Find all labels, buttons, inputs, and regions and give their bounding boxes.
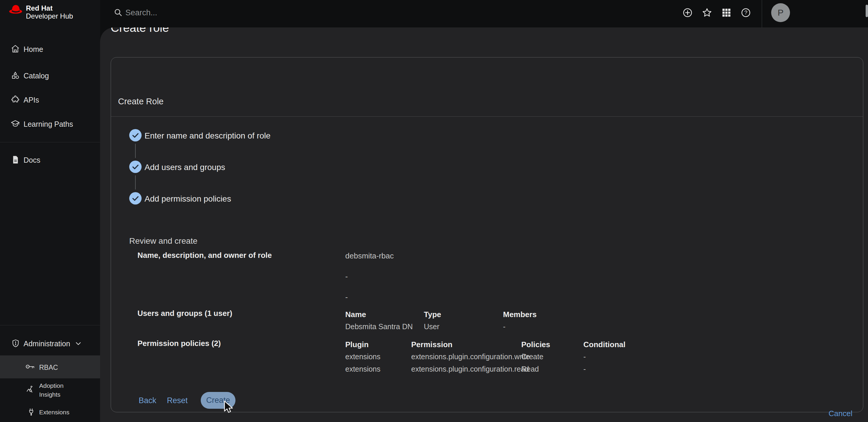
sidebar-item-apis-label[interactable]: APIs — [24, 96, 39, 104]
help-icon[interactable]: ? — [741, 7, 751, 18]
sidebar-item-adoption-insights-label[interactable]: Adoption Insights — [39, 381, 74, 399]
sidebar: Home Catalog APIs Learning Paths Docs — [0, 0, 100, 422]
search-icon — [114, 8, 122, 17]
users-row-members: - — [503, 322, 505, 331]
mouse-cursor — [223, 400, 235, 413]
apps-grid-icon[interactable] — [721, 7, 732, 18]
sidebar-item-home[interactable] — [10, 44, 20, 54]
step-1-check-icon — [129, 129, 142, 141]
perm-row2-plugin: extensions — [345, 365, 380, 373]
sidebar-item-rbac[interactable]: RBAC — [0, 356, 100, 378]
step-1-label[interactable]: Enter name and description of role — [145, 131, 271, 141]
review-role-description: - — [345, 272, 348, 281]
review-name-label: Name, description, and owner of role — [137, 251, 272, 260]
perm-col-plugin: Plugin — [345, 340, 369, 349]
perm-row2-conditional: - — [583, 365, 586, 373]
key-icon — [25, 363, 35, 370]
sidebar-item-docs-label[interactable]: Docs — [24, 156, 40, 164]
users-col-members: Members — [503, 310, 536, 319]
star-icon[interactable] — [702, 7, 712, 18]
sidebar-divider — [0, 142, 100, 142]
step-connector — [135, 144, 136, 158]
header-divider — [762, 0, 762, 28]
insights-icon — [26, 385, 35, 394]
create-role-card: Create Role Enter name and description o… — [111, 57, 863, 412]
logo-text-line1: Red Hat — [26, 4, 53, 12]
sidebar-item-adoption-insights[interactable] — [26, 385, 35, 394]
shield-icon — [11, 339, 20, 348]
review-heading: Review and create — [129, 236, 197, 246]
perm-row2-permission: extensions.plugin.configuration.read — [411, 365, 529, 373]
search-input[interactable]: Search... — [125, 8, 157, 18]
home-icon — [10, 44, 20, 54]
review-users-label: Users and groups (1 user) — [137, 309, 232, 318]
app-window: Home Catalog APIs Learning Paths Docs — [0, 0, 868, 422]
svg-text:?: ? — [744, 9, 747, 16]
sidebar-item-docs[interactable] — [10, 155, 20, 164]
review-role-owner: - — [345, 293, 348, 302]
review-permissions-label: Permission policies (2) — [137, 339, 221, 348]
users-row-type: User — [424, 322, 439, 331]
sidebar-item-administration[interactable] — [11, 339, 20, 348]
card-title: Create Role — [118, 97, 164, 106]
step-3-label[interactable]: Add permission policies — [145, 194, 231, 204]
main-content: Create role Create Role Enter name and d… — [100, 27, 868, 422]
back-button[interactable]: Back — [138, 396, 156, 405]
users-col-type: Type — [424, 310, 441, 319]
step-2-label[interactable]: Add users and groups — [145, 163, 225, 172]
card-header-divider — [111, 116, 863, 117]
perm-row1-plugin: extensions — [345, 353, 380, 361]
avatar[interactable]: P — [771, 3, 790, 22]
users-row-name: Debsmita Santra DN — [345, 322, 413, 331]
sidebar-item-administration-label[interactable]: Administration — [24, 339, 70, 348]
perm-col-permission: Permission — [411, 340, 453, 349]
perm-row2-policies: Read — [521, 365, 539, 373]
redhat-logo-icon[interactable] — [8, 3, 24, 17]
sidebar-item-catalog-label[interactable]: Catalog — [24, 72, 49, 80]
docs-icon — [10, 155, 20, 164]
step-3-check-icon — [129, 192, 142, 204]
perm-col-policies: Policies — [521, 340, 550, 349]
add-icon[interactable] — [682, 7, 693, 18]
catalog-icon — [10, 71, 20, 80]
avatar-initial: P — [778, 8, 783, 18]
review-role-name: debsmita-rbac — [345, 252, 394, 260]
chevron-down-icon[interactable] — [74, 339, 83, 348]
users-col-name: Name — [345, 310, 366, 319]
sidebar-item-home-label[interactable]: Home — [24, 45, 43, 54]
page-title: Create role — [111, 27, 169, 34]
perm-row1-permission: extensions.plugin.configuration.write — [411, 353, 530, 361]
sidebar-item-learning-paths[interactable] — [10, 119, 20, 129]
sidebar-item-learning-paths-label[interactable]: Learning Paths — [24, 120, 73, 129]
reset-button[interactable]: Reset — [167, 396, 188, 405]
sidebar-item-rbac-label: RBAC — [39, 364, 58, 371]
learning-paths-icon — [10, 119, 20, 129]
cancel-button[interactable]: Cancel — [829, 409, 852, 418]
logo-text-line2: Developer Hub — [26, 12, 73, 20]
step-connector — [135, 175, 136, 190]
step-2-check-icon — [129, 161, 142, 173]
sidebar-item-extensions-label[interactable]: Extensions — [39, 409, 69, 416]
apis-icon — [10, 95, 20, 104]
sidebar-item-catalog[interactable] — [10, 71, 20, 80]
plug-icon — [27, 408, 35, 416]
sidebar-item-extensions[interactable] — [27, 408, 35, 416]
scrollbar-thumb[interactable] — [866, 5, 868, 17]
perm-col-conditional: Conditional — [583, 340, 625, 349]
perm-row1-policies: Create — [521, 353, 544, 361]
sidebar-item-apis[interactable] — [10, 95, 20, 104]
perm-row1-conditional: - — [583, 353, 586, 361]
